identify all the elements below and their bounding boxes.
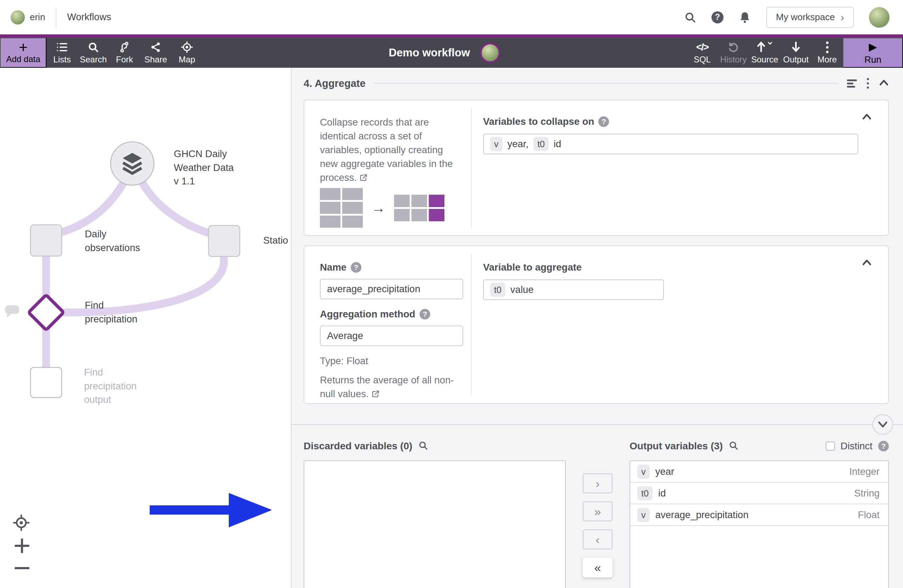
help-icon[interactable]: ? <box>878 441 889 451</box>
collapse-panel-icon[interactable] <box>862 259 872 267</box>
expand-section-button[interactable] <box>873 414 893 435</box>
variable-to-aggregate-input[interactable]: t0 value <box>483 280 664 300</box>
variable-row[interactable]: t0 id String <box>630 483 888 504</box>
map-button[interactable]: Map <box>171 38 203 68</box>
recenter-button[interactable] <box>14 515 29 530</box>
my-workspace-button[interactable]: My workspace › <box>766 7 854 28</box>
profile-avatar[interactable] <box>869 7 889 28</box>
source-button[interactable]: Source <box>749 38 780 68</box>
help-icon[interactable]: ? <box>351 262 362 273</box>
collapse-panel-icon[interactable] <box>862 113 872 122</box>
table-node-daily-observations[interactable] <box>30 225 62 256</box>
collapse-illustration: → <box>320 188 471 228</box>
output-table-node[interactable] <box>30 368 62 398</box>
fork-button[interactable]: Fork <box>109 38 140 68</box>
variable-name: year, <box>508 138 529 150</box>
output-node-label: Find precipitation output <box>84 366 137 407</box>
more-button[interactable]: More <box>812 38 843 68</box>
table-node-stations[interactable] <box>209 226 240 256</box>
variable-row[interactable]: v average_precipitation Float <box>630 504 888 526</box>
search-icon[interactable] <box>684 11 697 24</box>
type-text: Type: Float <box>320 355 471 367</box>
left-table-label: Daily observations <box>85 227 140 255</box>
user-avatar[interactable] <box>11 10 25 25</box>
variable-tag: t0 <box>490 283 505 297</box>
add-data-button[interactable]: + Add data <box>0 38 46 68</box>
run-button[interactable]: ▶ Run <box>843 38 903 68</box>
arrow-right-icon: → <box>371 200 385 216</box>
breadcrumb-workflows[interactable]: Workflows <box>67 12 111 23</box>
step-summary-icon[interactable] <box>847 79 857 88</box>
variable-row[interactable]: v year Integer <box>630 461 888 483</box>
variable-tag: t0 <box>533 137 549 151</box>
section-rule <box>373 83 838 84</box>
transform-node-find-precipitation[interactable] <box>29 295 64 330</box>
sql-icon: </> <box>696 41 708 53</box>
comment-icon[interactable] <box>5 305 19 318</box>
fork-icon <box>119 41 130 53</box>
help-icon[interactable]: ? <box>420 309 430 319</box>
search-icon[interactable] <box>728 440 738 452</box>
history-button[interactable]: History <box>718 38 749 68</box>
dataset-node-label: GHCN Daily Weather Data v 1.1 <box>174 147 234 188</box>
collapse-variables-title: Variables to collapse on <box>483 115 594 128</box>
move-right-button[interactable]: › <box>583 473 612 493</box>
variable-type: String <box>854 487 879 499</box>
workflow-title[interactable]: Demo workflow <box>389 46 470 59</box>
discarded-variables-list[interactable] <box>304 460 566 588</box>
discarded-variables-title: Discarded variables (0) <box>304 440 412 452</box>
variable-tag: v <box>490 137 503 151</box>
distinct-checkbox[interactable] <box>826 442 835 451</box>
plus-icon: + <box>19 41 28 53</box>
workflow-toolbar: + Add data Lists Search Fork <box>0 38 903 68</box>
output-button[interactable]: Output <box>780 38 812 68</box>
workflow-canvas[interactable]: GHCN Daily Weather Data v 1.1 Daily obse… <box>0 68 291 588</box>
lists-button[interactable]: Lists <box>46 38 78 68</box>
annotation-arrow <box>149 493 272 527</box>
zoom-in-button[interactable] <box>16 539 28 552</box>
workflow-owner-avatar[interactable] <box>480 42 500 63</box>
variable-name: value <box>510 284 534 296</box>
help-icon[interactable]: ? <box>598 116 609 127</box>
splitter-rule <box>291 424 903 425</box>
transform-node-label: Find precipitation <box>85 299 137 326</box>
dataset-node[interactable] <box>111 142 154 185</box>
output-variables-title: Output variables (3) <box>629 440 723 452</box>
search-icon[interactable] <box>418 440 428 452</box>
aggregation-method-select[interactable]: Average <box>320 325 463 346</box>
collapse-section-icon[interactable] <box>879 79 889 88</box>
section-title: 4. Aggregate <box>304 78 366 90</box>
name-label: Name <box>320 261 346 274</box>
bell-icon[interactable] <box>738 11 751 24</box>
user-name[interactable]: erin <box>30 12 45 23</box>
aggregation-method-value: Average <box>327 330 363 341</box>
workflow-graph <box>0 68 291 588</box>
variable-tag: v <box>637 465 650 479</box>
collapse-variables-input[interactable]: v year, t0 id <box>483 134 858 154</box>
move-all-left-button[interactable]: « <box>583 558 612 577</box>
sql-button[interactable]: </> SQL <box>687 38 718 68</box>
step-menu-icon[interactable] <box>867 78 869 89</box>
share-button[interactable]: Map Share <box>140 38 171 68</box>
new-variable-card: Name ? average_precipitation Aggregation… <box>304 245 889 404</box>
move-left-button[interactable]: ‹ <box>583 530 612 549</box>
external-link-icon[interactable] <box>360 171 367 185</box>
name-input[interactable]: average_precipitation <box>320 279 463 299</box>
chevron-down-icon <box>767 41 773 47</box>
search-workflow-button[interactable]: Search <box>78 38 109 68</box>
right-table-label: Statio <box>263 234 288 248</box>
map-target-icon <box>181 41 193 53</box>
external-link-icon[interactable] <box>372 388 379 401</box>
play-icon: ▶ <box>868 41 877 53</box>
share-icon <box>150 41 161 53</box>
help-icon[interactable]: ? <box>711 11 724 24</box>
method-help-text: Returns the average of all non- null val… <box>320 374 454 399</box>
workflow-edges <box>46 181 224 369</box>
header-divider <box>56 7 57 28</box>
accent-strip <box>0 35 903 38</box>
name-value: average_precipitation <box>327 283 420 295</box>
transform-panel: 4. Aggregate Collapse records that are i… <box>291 68 903 588</box>
move-all-right-button[interactable]: » <box>583 502 612 521</box>
table-before-graphic <box>320 188 363 228</box>
aggregation-method-label: Aggregation method <box>320 308 415 321</box>
